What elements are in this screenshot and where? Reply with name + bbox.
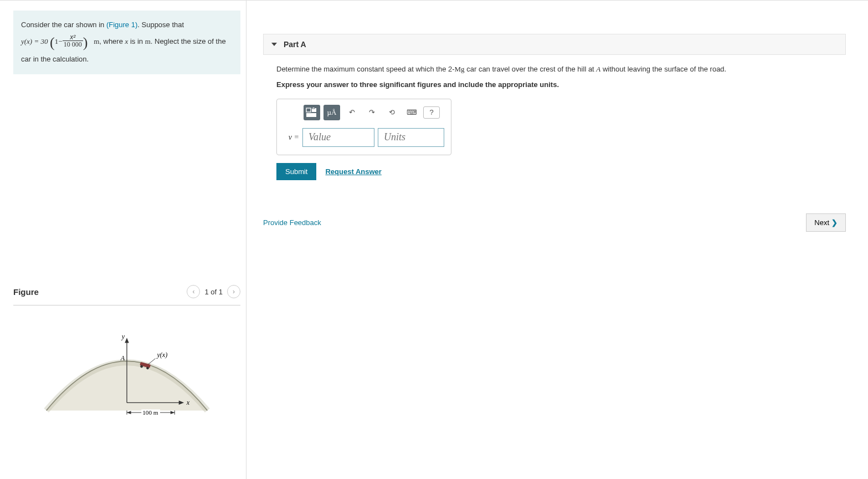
keyboard-icon: ⌨ bbox=[407, 108, 417, 116]
figure-image: y x A y(x) bbox=[13, 305, 240, 439]
left-pane: Consider the car shown in (Figure 1). Su… bbox=[0, 1, 246, 479]
template-icon bbox=[306, 108, 318, 118]
variable-equals: v = bbox=[284, 133, 299, 142]
svg-text:y: y bbox=[121, 333, 125, 340]
next-button[interactable]: Next ❯ bbox=[806, 213, 846, 232]
figure-header: Figure ‹ 1 of 1 › bbox=[13, 285, 240, 305]
paren-open: ( bbox=[50, 34, 55, 50]
figure-link[interactable]: (Figure 1) bbox=[106, 21, 137, 29]
paren-close: ) bbox=[83, 34, 88, 50]
figure-pager: ‹ 1 of 1 › bbox=[187, 285, 240, 298]
help-button[interactable]: ? bbox=[423, 106, 440, 119]
action-row: Submit Request Answer bbox=[276, 163, 846, 180]
svg-text:100 m: 100 m bbox=[142, 409, 158, 416]
caret-down-icon bbox=[271, 43, 277, 46]
eq-lhs: y(x) = 30 bbox=[21, 37, 48, 45]
help-icon: ? bbox=[429, 108, 433, 116]
units-tool-button[interactable]: µÅ bbox=[323, 105, 340, 120]
figure-title: Figure bbox=[13, 287, 39, 297]
submit-button[interactable]: Submit bbox=[276, 163, 316, 180]
undo-icon: ↶ bbox=[349, 108, 355, 116]
figure-page-count: 1 of 1 bbox=[204, 288, 223, 296]
footer-row: Provide Feedback Next ❯ bbox=[263, 213, 846, 232]
problem-line-1: Consider the car shown in (Figure 1). Su… bbox=[21, 19, 233, 31]
request-answer-link[interactable]: Request Answer bbox=[325, 167, 381, 176]
next-label: Next bbox=[814, 218, 829, 227]
question-body: Determine the maximum constant speed at … bbox=[263, 55, 846, 180]
right-pane: Part A Determine the maximum constant sp… bbox=[246, 1, 868, 479]
answer-widget: µÅ ↶ ↷ ⟲ ⌨ ? bbox=[276, 99, 451, 155]
svg-text:x: x bbox=[186, 399, 190, 406]
reset-icon: ⟲ bbox=[389, 108, 395, 116]
figure-section: Figure ‹ 1 of 1 › bbox=[13, 285, 240, 439]
units-tool-label: µÅ bbox=[327, 108, 337, 117]
problem-statement-box: Consider the car shown in (Figure 1). Su… bbox=[13, 11, 240, 74]
intro-post: . Suppose that bbox=[137, 21, 184, 29]
eq-denominator: 10 000 bbox=[63, 41, 83, 48]
svg-marker-15 bbox=[127, 411, 131, 415]
eq-numerator: x² bbox=[63, 34, 83, 41]
hill-diagram-icon: y x A y(x) bbox=[44, 322, 210, 421]
question-statement: Determine the maximum constant speed at … bbox=[276, 64, 846, 75]
chevron-right-icon: › bbox=[233, 288, 235, 295]
svg-marker-16 bbox=[171, 411, 175, 415]
chevron-right-icon: ❯ bbox=[831, 218, 838, 227]
figure-prev-button[interactable]: ‹ bbox=[187, 285, 200, 298]
keyboard-button[interactable]: ⌨ bbox=[403, 105, 420, 120]
reset-button[interactable]: ⟲ bbox=[383, 105, 400, 120]
intro-pre: Consider the car shown in bbox=[21, 21, 106, 29]
problem-line-2: y(x) = 30 (1−x²10 000) m, where x is in … bbox=[21, 31, 233, 54]
figure-next-button[interactable]: › bbox=[227, 285, 240, 298]
provide-feedback-link[interactable]: Provide Feedback bbox=[263, 218, 321, 227]
undo-button[interactable]: ↶ bbox=[343, 105, 360, 120]
units-input[interactable] bbox=[378, 128, 444, 147]
equation-toolbar: µÅ ↶ ↷ ⟲ ⌨ ? bbox=[304, 105, 444, 120]
template-tool-button[interactable] bbox=[304, 105, 320, 120]
main-container: Consider the car shown in (Figure 1). Su… bbox=[0, 0, 868, 479]
redo-icon: ↷ bbox=[369, 108, 375, 116]
svg-marker-1 bbox=[125, 338, 129, 343]
svg-rect-21 bbox=[306, 113, 316, 117]
problem-line-3: car in the calculation. bbox=[21, 54, 233, 65]
svg-text:A: A bbox=[120, 355, 125, 363]
answer-input-row: v = bbox=[284, 128, 444, 147]
svg-text:y(x): y(x) bbox=[156, 351, 167, 359]
part-header[interactable]: Part A bbox=[263, 34, 846, 55]
svg-rect-19 bbox=[306, 108, 311, 112]
svg-rect-22 bbox=[312, 108, 315, 109]
answer-instruction: Express your answer to three significant… bbox=[276, 80, 846, 89]
part-label: Part A bbox=[284, 40, 306, 49]
redo-button[interactable]: ↷ bbox=[363, 105, 380, 120]
chevron-left-icon: ‹ bbox=[192, 288, 194, 295]
fraction: x²10 000 bbox=[63, 34, 83, 48]
value-input[interactable] bbox=[302, 128, 374, 147]
